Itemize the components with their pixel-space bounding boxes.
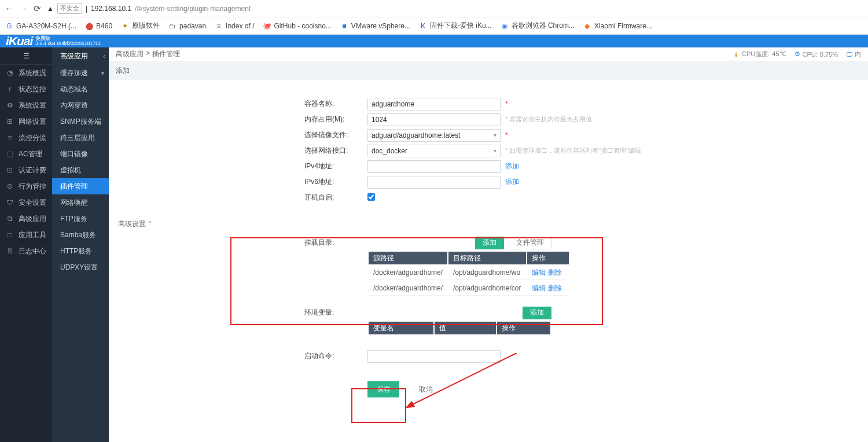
submenu-item[interactable]: 端口镜像: [52, 146, 109, 162]
submenu-item[interactable]: SNMP服务端: [52, 113, 109, 130]
submenu-item[interactable]: UDPXY设置: [52, 259, 109, 275]
advanced-settings-header[interactable]: 高级设置˄: [112, 217, 868, 231]
bookmark-item[interactable]: GGA-A320M-S2H (...: [5, 21, 76, 31]
submenu-item[interactable]: 插件管理: [52, 178, 109, 194]
sidebar-label: AC管理: [19, 149, 42, 159]
monitor-icon: 🖵: [846, 51, 852, 58]
submenu-item[interactable]: HTTP服务: [52, 243, 109, 259]
sidebar-label: 高级应用: [19, 214, 46, 224]
sidebar-label: 状态监控: [19, 84, 46, 94]
crumb-l2[interactable]: 插件管理: [152, 49, 180, 59]
submenu-label: 动态域名: [60, 84, 88, 94]
add-ipv6[interactable]: 添加: [505, 177, 519, 187]
input-container-name[interactable]: [367, 98, 501, 110]
sidebar-icon: ⊞: [6, 117, 14, 126]
sidebar-item[interactable]: □应用工具: [0, 227, 52, 243]
input-ipv4[interactable]: [367, 160, 501, 173]
bookmark-item[interactable]: ✦原版软件: [120, 21, 160, 31]
submenu-label: FTP服务: [60, 214, 87, 224]
col-action: 操作: [527, 252, 569, 264]
submenu-label: 缓存加速: [60, 68, 88, 78]
sidebar-item[interactable]: ⎘日志中心: [0, 243, 52, 259]
forward-button[interactable]: →: [19, 3, 28, 13]
submenu-item[interactable]: 动态域名: [52, 81, 109, 97]
select-interface[interactable]: doc_docker▾: [367, 145, 501, 157]
bookmark-item[interactable]: ≡Index of /: [214, 21, 254, 31]
cancel-button[interactable]: 取消: [410, 381, 442, 397]
back-button[interactable]: ←: [5, 3, 13, 13]
submenu-item[interactable]: 内网穿透: [52, 97, 109, 113]
bookmark-item[interactable]: 🐙GitHub - coolsno...: [262, 21, 331, 31]
bookmark-label: B460: [96, 22, 112, 30]
env-add-button[interactable]: 添加: [523, 307, 551, 319]
input-memory[interactable]: [367, 113, 501, 126]
checkbox-autostart[interactable]: [367, 193, 375, 201]
delete-link[interactable]: 删除: [548, 284, 562, 292]
bookmark-icon: K: [418, 21, 428, 31]
cell-src: /docker/adguardhome/: [369, 281, 447, 296]
crumb-l1[interactable]: 高级应用: [116, 49, 144, 59]
sidebar-item[interactable]: ⧉高级应用: [0, 211, 52, 227]
add-ipv4[interactable]: 添加: [505, 161, 519, 171]
sidebar-item[interactable]: ◔系统概况: [0, 65, 52, 81]
sidebar-item[interactable]: ⫯状态监控: [0, 81, 52, 97]
sidebar-item[interactable]: ⬚AC管理: [0, 146, 52, 162]
save-button[interactable]: 保存: [367, 381, 399, 397]
bookmark-item[interactable]: ⬤B460: [84, 21, 112, 31]
sidebar-icon: ⚙: [6, 101, 14, 109]
sidebar-item[interactable]: ≡流控分流: [0, 130, 52, 146]
sidebar-item[interactable]: 🛡安全设置: [0, 194, 52, 211]
bookmark-label: Index of /: [226, 22, 254, 30]
sidebar-icon: ◔: [6, 69, 14, 77]
submenu-item[interactable]: 跨三层应用: [52, 130, 109, 146]
bookmark-item[interactable]: K固件下载-爱快 iKu...: [418, 21, 492, 31]
insecure-icon: ▲: [47, 5, 54, 13]
submenu-item[interactable]: FTP服务: [52, 211, 109, 227]
bookmark-icon: ≡: [214, 21, 223, 31]
file-manager-button[interactable]: 文件管理: [509, 237, 551, 249]
bookmark-item[interactable]: ◉谷歌浏览器 Chrom...: [500, 21, 575, 31]
bookmark-item[interactable]: ■VMware vSphere...: [340, 21, 410, 31]
sidebar-collapse[interactable]: ☰: [0, 47, 52, 65]
table-row: /docker/adguardhome//opt/adguardhome/wo编…: [369, 266, 569, 280]
sidebar-item[interactable]: ⚙系统设置: [0, 97, 52, 113]
address-bar[interactable]: ▲ 不安全 | 192.168.10.1/#/system-setting/pl…: [47, 3, 251, 14]
submenu-item[interactable]: 网络唤醒: [52, 194, 109, 211]
sidebar-item[interactable]: ⊡认证计费: [0, 162, 52, 178]
logo-edition: 免费版 3.6.4 x64 Build202205181711: [32, 36, 101, 46]
col-dst: 目标路径: [448, 252, 525, 264]
submenu-item[interactable]: 缓存加速▾: [52, 65, 109, 81]
chevron-down-icon: ▾: [494, 148, 496, 154]
submenu-label: UDPXY设置: [60, 263, 98, 272]
select-image[interactable]: adguard/adguardhome:latest▾: [367, 129, 501, 142]
bookmark-item[interactable]: 🗀padavan: [168, 21, 206, 31]
bookmark-item[interactable]: ◆Xiaomi Firmware...: [583, 21, 652, 31]
submenu-label: 内网穿透: [60, 101, 88, 110]
col-env-val: 值: [435, 322, 496, 334]
edit-link[interactable]: 编辑: [532, 284, 546, 292]
bookmark-label: GitHub - coolsno...: [274, 22, 331, 30]
submenu-title: 高级应用 ‹: [52, 47, 109, 65]
input-start-cmd[interactable]: [367, 350, 501, 363]
mount-add-button[interactable]: 添加: [475, 237, 504, 249]
bookmarks-bar: GGA-A320M-S2H (...⬤B460✦原版软件🗀padavan≡Ind…: [0, 17, 868, 35]
submenu-label: 插件管理: [60, 182, 88, 191]
bookmark-label: VMware vSphere...: [351, 22, 410, 30]
input-ipv6[interactable]: [367, 176, 501, 189]
chevron-left-icon[interactable]: ‹: [103, 52, 105, 60]
form: 容器名称: * 内存占用(M): * 容器对宿主机内存最大占用值 选择镜像文件:…: [109, 80, 868, 397]
bookmark-icon: ◉: [500, 21, 509, 31]
submenu-item[interactable]: Samba服务: [52, 227, 109, 243]
label-interface: 选择网络接口:: [109, 146, 367, 156]
net-status: 🖵内: [846, 50, 861, 58]
submenu-item[interactable]: 虚拟机: [52, 162, 109, 178]
edit-link[interactable]: 编辑: [532, 268, 546, 277]
col-env-action: 操作: [497, 322, 550, 334]
delete-link[interactable]: 删除: [548, 268, 562, 277]
sidebar-item[interactable]: ⊞网络设置: [0, 113, 52, 130]
bookmark-label: 原版软件: [132, 21, 160, 31]
sidebar: ☰ ◔系统概况⫯状态监控⚙系统设置⊞网络设置≡流控分流⬚AC管理⊡认证计费⊙行为…: [0, 47, 52, 442]
sidebar-icon: 🛡: [6, 198, 14, 207]
sidebar-item[interactable]: ⊙行为管控: [0, 178, 52, 194]
reload-button[interactable]: ⟳: [34, 3, 41, 14]
